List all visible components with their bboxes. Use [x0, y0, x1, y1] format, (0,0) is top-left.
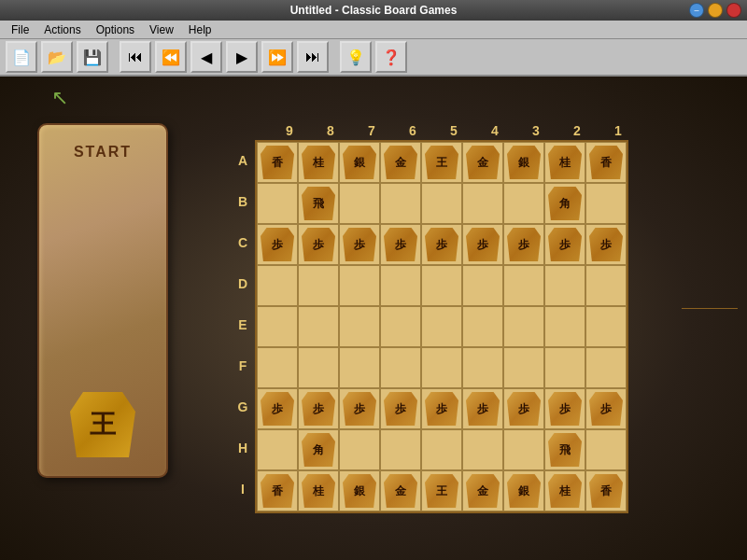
cell-D-3[interactable]: [339, 265, 380, 306]
piece-H-2[interactable]: 角: [302, 433, 335, 467]
new-button[interactable]: 📄: [6, 41, 37, 73]
cell-A-5[interactable]: 王: [421, 142, 462, 183]
cell-F-1[interactable]: [257, 347, 298, 388]
piece-I-8[interactable]: 桂: [548, 474, 582, 508]
piece-C-6[interactable]: 歩: [466, 228, 500, 261]
piece-A-9[interactable]: 香: [589, 146, 623, 179]
piece-A-8[interactable]: 桂: [548, 146, 582, 179]
cell-F-9[interactable]: [585, 347, 627, 388]
piece-A-6[interactable]: 金: [466, 146, 500, 179]
cell-A-9[interactable]: 香: [585, 142, 627, 183]
piece-G-8[interactable]: 歩: [548, 392, 582, 426]
cell-C-8[interactable]: 歩: [544, 224, 585, 265]
piece-G-2[interactable]: 歩: [302, 392, 335, 426]
cell-C-2[interactable]: 歩: [298, 224, 339, 265]
piece-I-7[interactable]: 銀: [507, 474, 541, 508]
cell-E-5[interactable]: [421, 306, 462, 347]
cell-B-6[interactable]: [462, 183, 503, 224]
cell-G-1[interactable]: 歩: [257, 388, 298, 429]
piece-A-3[interactable]: 銀: [343, 146, 376, 179]
cell-F-5[interactable]: [421, 347, 462, 388]
cell-C-5[interactable]: 歩: [421, 224, 462, 265]
cell-H-3[interactable]: [339, 429, 380, 470]
cell-I-7[interactable]: 銀: [503, 470, 544, 511]
close-button[interactable]: [726, 3, 741, 18]
piece-A-7[interactable]: 銀: [507, 146, 541, 179]
cell-B-1[interactable]: [257, 183, 298, 224]
cell-H-5[interactable]: [421, 429, 462, 470]
cell-C-3[interactable]: 歩: [339, 224, 380, 265]
cell-A-2[interactable]: 桂: [298, 142, 339, 183]
cell-F-7[interactable]: [503, 347, 544, 388]
cell-I-3[interactable]: 銀: [339, 470, 380, 511]
cell-A-1[interactable]: 香: [257, 142, 298, 183]
cell-G-4[interactable]: 歩: [380, 388, 421, 429]
piece-C-5[interactable]: 歩: [425, 228, 458, 261]
cell-I-4[interactable]: 金: [380, 470, 421, 511]
cell-A-7[interactable]: 銀: [503, 142, 544, 183]
cell-E-8[interactable]: [544, 306, 585, 347]
cell-E-9[interactable]: [585, 306, 627, 347]
cell-B-4[interactable]: [380, 183, 421, 224]
cell-A-8[interactable]: 桂: [544, 142, 585, 183]
hint-button[interactable]: 💡: [340, 41, 372, 73]
menu-item-options[interactable]: Options: [89, 21, 142, 38]
cell-I-5[interactable]: 王: [421, 470, 462, 511]
cell-D-8[interactable]: [544, 265, 585, 306]
cell-H-6[interactable]: [462, 429, 503, 470]
cell-H-7[interactable]: [503, 429, 544, 470]
piece-G-5[interactable]: 歩: [425, 392, 458, 426]
cell-H-2[interactable]: 角: [298, 429, 339, 470]
cell-H-8[interactable]: 飛: [544, 429, 585, 470]
cell-H-1[interactable]: [257, 429, 298, 470]
open-button[interactable]: 📂: [41, 41, 73, 73]
cell-B-2[interactable]: 飛: [298, 183, 339, 224]
first-button[interactable]: ⏮: [120, 41, 151, 73]
cell-E-1[interactable]: [257, 306, 298, 347]
cell-D-5[interactable]: [421, 265, 462, 306]
prev-button[interactable]: ⏪: [155, 41, 187, 73]
piece-I-5[interactable]: 王: [425, 474, 458, 508]
cell-D-4[interactable]: [380, 265, 421, 306]
cell-B-5[interactable]: [421, 183, 462, 224]
cell-D-2[interactable]: [298, 265, 339, 306]
piece-G-4[interactable]: 歩: [384, 392, 417, 426]
cell-E-4[interactable]: [380, 306, 421, 347]
cell-H-9[interactable]: [585, 429, 627, 470]
cell-F-2[interactable]: [298, 347, 339, 388]
cell-A-6[interactable]: 金: [462, 142, 503, 183]
piece-I-2[interactable]: 桂: [302, 474, 335, 508]
save-button[interactable]: 💾: [77, 41, 108, 73]
cell-G-3[interactable]: 歩: [339, 388, 380, 429]
cell-C-9[interactable]: 歩: [585, 224, 627, 265]
piece-B-8[interactable]: 角: [548, 187, 582, 220]
piece-I-9[interactable]: 香: [589, 474, 623, 508]
cell-G-8[interactable]: 歩: [544, 388, 585, 429]
piece-G-9[interactable]: 歩: [589, 392, 623, 426]
piece-A-5[interactable]: 王: [425, 146, 458, 179]
cell-B-9[interactable]: [585, 183, 627, 224]
piece-H-8[interactable]: 飛: [548, 433, 582, 467]
cell-I-2[interactable]: 桂: [298, 470, 339, 511]
next-button[interactable]: ⏩: [261, 41, 293, 73]
cell-A-4[interactable]: 金: [380, 142, 421, 183]
piece-C-4[interactable]: 歩: [384, 228, 417, 261]
piece-I-3[interactable]: 銀: [343, 474, 376, 508]
piece-G-6[interactable]: 歩: [466, 392, 500, 426]
minimize-button[interactable]: –: [689, 3, 704, 18]
cell-F-6[interactable]: [462, 347, 503, 388]
cell-E-7[interactable]: [503, 306, 544, 347]
cell-B-7[interactable]: [503, 183, 544, 224]
cell-E-6[interactable]: [462, 306, 503, 347]
piece-C-3[interactable]: 歩: [343, 228, 376, 261]
cell-B-8[interactable]: 角: [544, 183, 585, 224]
menu-item-file[interactable]: File: [4, 21, 36, 38]
cell-F-4[interactable]: [380, 347, 421, 388]
cell-C-6[interactable]: 歩: [462, 224, 503, 265]
help-button[interactable]: ❓: [375, 41, 407, 73]
cell-G-9[interactable]: 歩: [585, 388, 627, 429]
last-button[interactable]: ⏭: [297, 41, 329, 73]
menu-item-actions[interactable]: Actions: [36, 21, 88, 38]
piece-B-2[interactable]: 飛: [302, 187, 335, 220]
cell-I-9[interactable]: 香: [585, 470, 627, 511]
